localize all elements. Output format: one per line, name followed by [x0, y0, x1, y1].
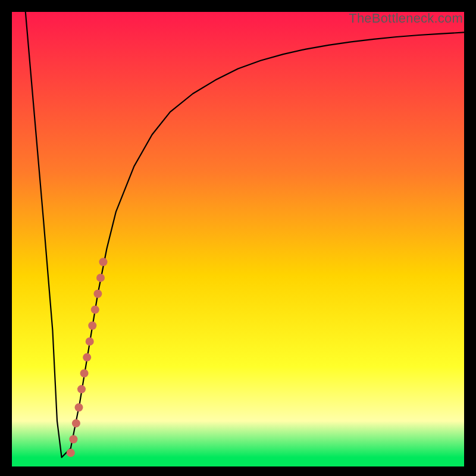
highlight-dot [96, 274, 105, 282]
highlight-dot [72, 419, 80, 427]
highlight-dot [91, 305, 99, 314]
highlight-dot [83, 353, 91, 362]
highlight-dot [77, 385, 86, 393]
chart-svg [12, 12, 464, 466]
highlight-dot [75, 403, 83, 412]
highlight-dot [69, 435, 77, 443]
highlight-dot [88, 321, 96, 330]
chart-frame: TheBottleneck.com [12, 12, 464, 466]
highlight-dot [93, 290, 102, 298]
highlight-dot [86, 337, 94, 346]
watermark-text: TheBottleneck.com [349, 11, 463, 26]
highlight-dot [80, 369, 89, 377]
gradient-background [12, 12, 464, 466]
highlight-dot [99, 258, 108, 266]
highlight-dot [67, 449, 75, 457]
